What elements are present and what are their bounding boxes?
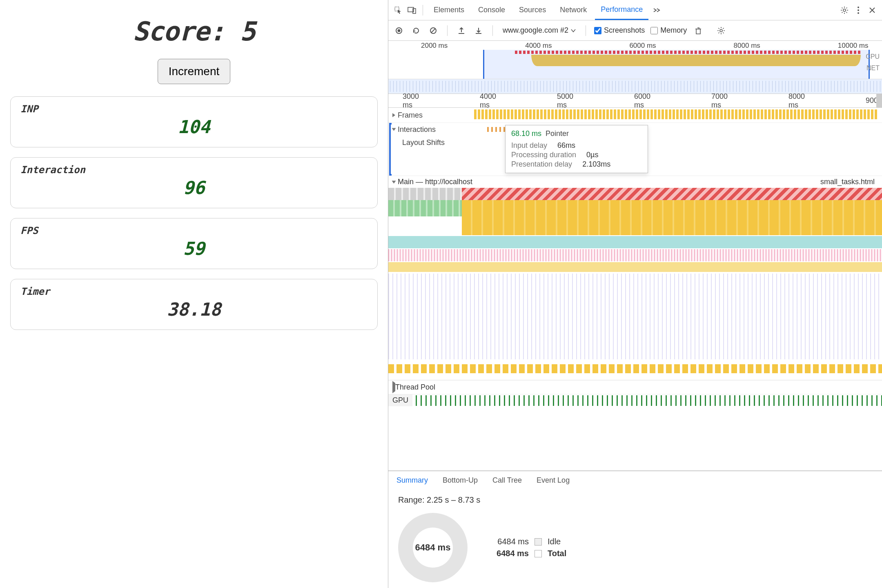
tooltip-val: 66ms xyxy=(557,141,575,150)
summary-donut: 6484 ms xyxy=(398,513,468,582)
track-gpu[interactable]: GPU xyxy=(388,394,882,406)
tab-elements[interactable]: Elements xyxy=(428,0,470,20)
overview-filmstrip xyxy=(388,79,882,94)
card-inp: INP 104 xyxy=(10,96,378,147)
track-thread-pool[interactable]: Thread Pool xyxy=(388,380,882,394)
ruler-tick: 3000 ms xyxy=(403,92,421,109)
memory-checkbox[interactable]: Memory xyxy=(650,26,687,35)
tooltip-key: Processing duration xyxy=(511,151,576,159)
upload-icon[interactable] xyxy=(456,25,467,36)
ov-tick: 10000 ms xyxy=(838,42,869,50)
clear-icon[interactable] xyxy=(428,25,439,36)
tab-performance[interactable]: Performance xyxy=(595,0,648,20)
kebab-menu-icon[interactable] xyxy=(853,4,864,16)
track-main-suffix: small_tasks.html xyxy=(820,178,878,186)
card-inp-label: INP xyxy=(20,103,368,115)
frames-bars xyxy=(474,109,878,119)
card-interaction-label: Interaction xyxy=(20,164,368,176)
expand-icon[interactable] xyxy=(392,381,395,393)
score-value: 5 xyxy=(240,16,256,47)
ruler-tick: 6000 ms xyxy=(634,92,652,109)
ruler-tick: 9000 xyxy=(866,96,882,105)
tracks-area[interactable]: Frames Interactions Layout Shifts 68.10 … xyxy=(388,108,882,470)
tab-console[interactable]: Console xyxy=(472,0,511,20)
device-toolbar-icon[interactable] xyxy=(406,4,418,16)
tooltip-key: Presentation delay xyxy=(511,160,572,169)
inspect-icon[interactable] xyxy=(392,4,404,16)
summary-donut-value: 6484 ms xyxy=(415,542,451,553)
summary-range: Range: 2.25 s – 8.73 s xyxy=(398,495,872,505)
track-interactions[interactable]: Interactions Layout Shifts 68.10 ms Poin… xyxy=(388,123,882,176)
legend-total-ms: 6484 ms xyxy=(484,549,529,558)
ov-tick: 4000 ms xyxy=(525,42,552,50)
time-ruler[interactable]: 3000 ms 4000 ms 5000 ms 6000 ms 7000 ms … xyxy=(388,94,882,108)
gpu-bars xyxy=(416,395,882,406)
track-interactions-label: Interactions xyxy=(398,125,436,134)
legend-idle-label: Idle xyxy=(548,537,561,546)
track-main[interactable]: Main — http://localhost small_tasks.html xyxy=(388,176,882,380)
collapse-icon[interactable] xyxy=(392,128,396,131)
tab-bottom-up[interactable]: Bottom-Up xyxy=(443,476,478,485)
score-heading: Score: 5 xyxy=(10,16,378,47)
record-icon[interactable] xyxy=(393,25,405,36)
ruler-tick: 4000 ms xyxy=(480,92,498,109)
flame-chart[interactable] xyxy=(388,188,882,380)
close-devtools-icon[interactable] xyxy=(866,4,878,16)
svg-rect-10 xyxy=(696,29,700,34)
card-timer-label: Timer xyxy=(20,286,368,297)
card-fps-label: FPS xyxy=(20,225,368,236)
page-select-label: www.google.com #2 xyxy=(503,26,568,35)
expand-icon[interactable] xyxy=(392,113,395,117)
legend-total-swatch xyxy=(535,550,542,557)
app-pane: Score: 5 Increment INP 104 Interaction 9… xyxy=(0,0,388,588)
increment-button[interactable]: Increment xyxy=(158,59,231,84)
selected-track-indicator xyxy=(389,123,392,176)
screenshots-checkbox-input[interactable] xyxy=(594,27,601,34)
screenshots-label: Screenshots xyxy=(604,26,645,35)
memory-checkbox-input[interactable] xyxy=(650,27,658,34)
capture-settings-gear-icon[interactable] xyxy=(715,25,727,36)
card-interaction-value: 96 xyxy=(20,177,368,198)
gc-icon[interactable] xyxy=(693,25,704,36)
screenshots-checkbox[interactable]: Screenshots xyxy=(594,26,645,35)
reload-record-icon[interactable] xyxy=(410,25,422,36)
tab-network[interactable]: Network xyxy=(554,0,592,20)
card-timer-value: 38.18 xyxy=(20,299,368,320)
memory-label: Memory xyxy=(660,26,687,35)
details-tabs: Summary Bottom-Up Call Tree Event Log xyxy=(388,470,882,490)
tooltip-kind: Pointer xyxy=(546,129,569,138)
card-fps: FPS 59 xyxy=(10,218,378,269)
dropdown-caret-icon xyxy=(571,29,576,33)
svg-rect-2 xyxy=(413,9,416,13)
summary-panel: Range: 2.25 s – 8.73 s 6484 ms 6484 ms I… xyxy=(388,490,882,588)
settings-gear-icon[interactable] xyxy=(839,4,850,16)
summary-legend: 6484 ms Idle 6484 ms Total xyxy=(484,535,566,561)
tab-event-log[interactable]: Event Log xyxy=(537,476,570,485)
legend-total-label: Total xyxy=(548,549,566,558)
card-interaction: Interaction 96 xyxy=(10,157,378,208)
tooltip-duration: 68.10 ms xyxy=(511,129,541,138)
performance-toolbar: www.google.com #2 Screenshots Memory xyxy=(388,20,882,41)
tab-summary[interactable]: Summary xyxy=(396,476,428,485)
interaction-tooltip: 68.10 ms Pointer Input delay 66ms Proces… xyxy=(505,125,648,173)
collapse-icon[interactable] xyxy=(392,180,396,183)
ov-tick: 2000 ms xyxy=(421,42,448,50)
svg-point-5 xyxy=(858,9,859,11)
overview-ticks: 2000 ms 4000 ms 6000 ms 8000 ms 10000 ms xyxy=(388,41,882,50)
overview-selection[interactable] xyxy=(483,50,870,79)
track-frames[interactable]: Frames xyxy=(388,108,882,123)
overview-timeline[interactable]: 2000 ms 4000 ms 6000 ms 8000 ms 10000 ms… xyxy=(388,41,882,94)
devtools-pane: Elements Console Sources Network Perform… xyxy=(388,0,882,588)
tab-sources[interactable]: Sources xyxy=(513,0,552,20)
card-fps-value: 59 xyxy=(20,238,368,259)
track-main-prefix: Main — http://localhost xyxy=(398,178,472,186)
card-timer: Timer 38.18 xyxy=(10,279,378,330)
tab-call-tree[interactable]: Call Tree xyxy=(492,476,522,485)
more-tabs-icon[interactable] xyxy=(651,4,662,16)
devtools-tabs: Elements Console Sources Network Perform… xyxy=(388,0,882,20)
svg-point-4 xyxy=(858,7,859,8)
page-select[interactable]: www.google.com #2 xyxy=(501,25,577,36)
download-icon[interactable] xyxy=(473,25,484,36)
track-thread-pool-label: Thread Pool xyxy=(395,383,435,391)
svg-point-11 xyxy=(720,29,722,32)
